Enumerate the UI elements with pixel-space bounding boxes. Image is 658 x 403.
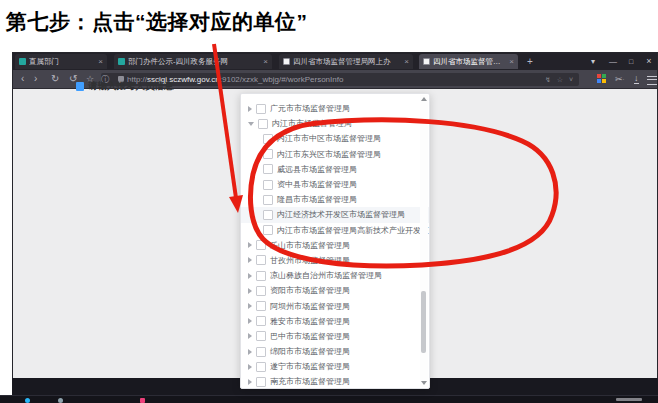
unit-option[interactable]: 威远县市场监督管理局: [241, 162, 429, 177]
downloads-icon[interactable]: ↓: [634, 73, 639, 84]
scroll-up-icon[interactable]: [421, 97, 427, 101]
checkbox[interactable]: [263, 134, 273, 144]
unit-option[interactable]: 乐山市市场监督管理局: [241, 238, 429, 253]
expand-icon[interactable]: [248, 349, 252, 355]
unit-option[interactable]: 绵阳市市场监督管理局: [241, 344, 429, 359]
unit-option[interactable]: 凉山彝族自治州市场监督管理局: [241, 268, 429, 283]
tab-close-icon[interactable]: ×: [263, 57, 268, 66]
window-minimize-button[interactable]: —: [605, 53, 621, 70]
new-tab-button[interactable]: +: [527, 54, 533, 69]
tab-list-chevron-icon[interactable]: ▾: [585, 53, 601, 70]
document-icon: [76, 82, 84, 91]
unit-option[interactable]: 南充市市场监督管理局: [241, 374, 429, 389]
step-title: 第七步：点击“选择对应的单位”: [6, 8, 308, 36]
unit-dropdown-panel: 广元市市场监督管理局 内江市市场监督管理局 内江市市中区市场监督管理局 内江市东…: [240, 93, 430, 389]
screenshot-stage: 第七步：点击“选择对应的单位” 直属部门 × 部门办件公示-四川政务服务网 × …: [0, 0, 658, 403]
unit-option[interactable]: 内江市东兴区市场监督管理局: [241, 147, 429, 162]
window-close-button[interactable]: ×: [641, 53, 657, 70]
tab-close-icon[interactable]: ×: [404, 57, 409, 66]
screenshot-scissors-icon[interactable]: ✂·: [615, 70, 625, 89]
checkbox[interactable]: [256, 347, 266, 357]
browser-tab-3[interactable]: 四川省市场监督管理局网上办 ×: [279, 54, 413, 69]
page-favicon: [283, 58, 290, 65]
site-favicon: [118, 58, 125, 65]
browser-tab-4-active[interactable]: 四川省市场监督管理局网上办 ×: [419, 54, 518, 69]
unit-option[interactable]: 资阳市市场监督管理局: [241, 283, 429, 298]
page-favicon: [423, 58, 430, 65]
expand-icon[interactable]: [248, 333, 252, 339]
checkbox[interactable]: [256, 377, 266, 387]
browser-tab-bar: 直属部门 × 部门办件公示-四川政务服务网 × 四川省市场监督管理局网上办 × …: [13, 53, 657, 70]
checkbox[interactable]: [258, 119, 268, 129]
checkbox[interactable]: [263, 225, 273, 235]
checkbox[interactable]: [256, 104, 266, 114]
forward-icon[interactable]: ›: [34, 70, 37, 89]
extension-grid-icon[interactable]: [597, 74, 607, 84]
checkbox[interactable]: [256, 271, 266, 281]
dropdown-scrollbar[interactable]: [420, 95, 428, 387]
tab-close-icon[interactable]: ×: [509, 57, 514, 66]
expand-icon[interactable]: [248, 106, 252, 112]
checkbox[interactable]: [263, 180, 273, 190]
taskbar-app-icon[interactable]: [58, 398, 63, 403]
taskbar-tray: [616, 398, 642, 401]
tab-close-icon[interactable]: ×: [98, 57, 103, 66]
back-icon[interactable]: ‹: [21, 70, 24, 89]
site-favicon: [19, 58, 26, 65]
expand-icon[interactable]: [248, 242, 252, 248]
urlbar-action-icons[interactable]: ↯ ☆ ˅: [545, 73, 575, 86]
unit-option[interactable]: 内江市市中区市场监督管理局: [241, 131, 429, 146]
unit-option[interactable]: 隆昌市市场监督管理局: [241, 192, 429, 207]
browser-tab-1[interactable]: 直属部门 ×: [15, 54, 107, 69]
expand-icon[interactable]: [248, 288, 252, 294]
unit-option[interactable]: 遂宁市市场监督管理局: [241, 359, 429, 374]
unit-option[interactable]: 内江市市场监督管理局高新技术产业开发区分局: [241, 223, 429, 238]
checkbox[interactable]: [263, 210, 273, 220]
checkbox[interactable]: [256, 362, 266, 372]
checkbox[interactable]: [256, 286, 266, 296]
expand-icon[interactable]: [248, 364, 252, 370]
window-maximize-button[interactable]: □: [623, 53, 639, 70]
browser-tab-2[interactable]: 部门办件公示-四川政务服务网 ×: [114, 54, 272, 69]
reload-icon[interactable]: ↻: [51, 70, 59, 89]
menu-hamburger-icon[interactable]: [647, 76, 657, 85]
taskbar-app-icon[interactable]: [140, 398, 145, 403]
unit-option[interactable]: 资中县市场监督管理局: [241, 177, 429, 192]
expand-icon[interactable]: [248, 257, 252, 263]
expand-icon[interactable]: [248, 273, 252, 279]
scroll-down-icon[interactable]: [421, 381, 427, 385]
taskbar-app-icon[interactable]: [25, 398, 30, 403]
checkbox[interactable]: [263, 149, 273, 159]
expand-icon[interactable]: [248, 379, 252, 385]
unit-option[interactable]: 雅安市市场监督管理局: [241, 314, 429, 329]
collapse-icon[interactable]: [248, 122, 254, 126]
checkbox[interactable]: [256, 316, 266, 326]
checkbox[interactable]: [263, 164, 273, 174]
checkbox[interactable]: [256, 240, 266, 250]
checkbox[interactable]: [256, 301, 266, 311]
expand-icon[interactable]: [248, 318, 252, 324]
windows-taskbar: [0, 395, 658, 403]
unit-option[interactable]: 巴中市市场监督管理局: [241, 329, 429, 344]
unit-option[interactable]: 内江市市场监督管理局: [241, 116, 429, 131]
unit-option-hovered[interactable]: 内江经济技术开发区市场监督管理局: [241, 207, 429, 222]
unit-option[interactable]: 甘孜州市场监督管理局: [241, 253, 429, 268]
unit-option[interactable]: 广元市市场监督管理局: [241, 101, 429, 116]
checkbox[interactable]: [256, 255, 266, 265]
unit-option[interactable]: 阿坝州市场监督管理局: [241, 298, 429, 313]
checkbox[interactable]: [256, 331, 266, 341]
dropdown-scrollbar-thumb[interactable]: [421, 291, 426, 353]
checkbox[interactable]: [263, 195, 273, 205]
section-heading: 请输入报考人员信息: [76, 80, 174, 93]
expand-icon[interactable]: [248, 303, 252, 309]
